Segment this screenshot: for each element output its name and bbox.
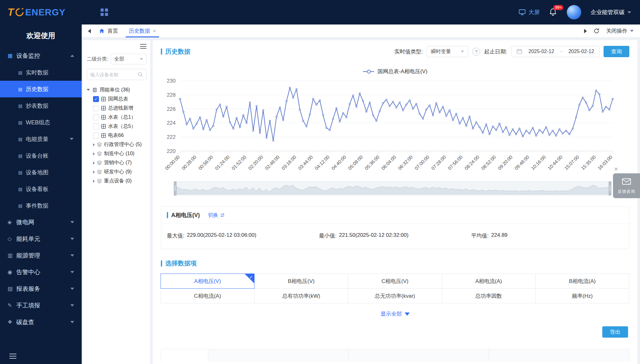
notifications-button[interactable]: 99+ <box>549 8 557 17</box>
sidebar-item-抄表数据[interactable]: ▤ 抄表数据 <box>0 97 82 114</box>
sidebar-item-WEB组态[interactable]: ▤ WEB组态 <box>0 114 82 131</box>
svg-text:226: 226 <box>167 106 176 112</box>
org-menu[interactable]: 企业能管双碳 <box>591 8 631 16</box>
realtime-type-select[interactable]: 瞬时变量 <box>427 46 468 57</box>
meter-icon <box>101 115 106 120</box>
sidebar-group-能耗单元[interactable]: ◇ 能耗单元 <box>0 231 82 247</box>
feedback-button[interactable]: 反馈咨询 <box>613 173 640 198</box>
tree-device-水表（总1）[interactable]: 水表（总1） <box>87 113 146 122</box>
sidebar-item-电能质量[interactable]: ▤ 电能质量 <box>0 131 82 147</box>
category-select[interactable]: 全部 <box>111 54 146 64</box>
tree-device-总进线新增[interactable]: 总进线新增 <box>87 104 146 113</box>
data-item-频率(Hz)[interactable]: 频率(Hz) <box>535 288 629 303</box>
tabs-scroll-left-icon[interactable] <box>88 29 91 33</box>
logo-swirl-icon <box>15 8 24 17</box>
date-end-value[interactable]: 2025-02-12 <box>568 49 594 54</box>
data-item-C相电压(V)[interactable]: C相电压(V) <box>348 274 442 289</box>
tree-folder-行政管理中心 (5)[interactable]: 行政管理中心 (5) <box>87 140 146 149</box>
show-all-link[interactable]: 显示全部 <box>153 310 637 318</box>
meter-icon <box>101 97 106 101</box>
data-item-B相电压(V)[interactable]: B相电压(V) <box>254 274 348 289</box>
sidebar-group-报表服务[interactable]: ▤ 报表服务 <box>0 280 82 297</box>
datazoom-slider[interactable] <box>174 181 611 196</box>
tree-device-水表（总5）[interactable]: 水表（总5） <box>87 122 146 131</box>
data-item-总无功功率(kvar)[interactable]: 总无功功率(kvar) <box>348 288 442 303</box>
device-checkbox[interactable] <box>93 105 99 111</box>
device-checkbox[interactable] <box>93 123 99 129</box>
stack-icon <box>97 170 102 174</box>
tree-folder-重点设备 (0)[interactable]: 重点设备 (0) <box>87 177 146 186</box>
data-item-总有功功率(kW)[interactable]: 总有功功率(kW) <box>254 288 348 303</box>
tab-history-data[interactable]: 历史数据 × <box>124 24 160 37</box>
table-header-cell <box>489 349 629 361</box>
sidebar-group-label: 能耗单元 <box>16 235 40 243</box>
sidebar-item-设备地图[interactable]: ▤ 设备地图 <box>0 164 82 181</box>
expand-caret-icon[interactable] <box>93 143 95 146</box>
chart-legend[interactable]: 国网总表-A相电压(V) <box>153 68 637 75</box>
query-button[interactable]: 查询 <box>604 46 629 57</box>
close-operations-menu[interactable]: 关闭操作 <box>606 27 634 35</box>
sidebar-group-设备监控[interactable]: ▦ 设备监控 <box>0 47 82 64</box>
data-item-A相电压(V)[interactable]: A相电压(V) ✓ <box>161 274 254 289</box>
sidebar-item-历史数据[interactable]: ▤ 历史数据 <box>0 81 82 97</box>
expand-caret-icon[interactable] <box>93 171 95 174</box>
triangle-down-icon <box>405 312 410 316</box>
device-checkbox[interactable] <box>93 133 99 139</box>
big-screen-button[interactable]: 大屏 <box>519 8 540 16</box>
data-item-A相电流(A)[interactable]: A相电流(A) <box>442 274 536 289</box>
tree-root-node[interactable]: 用能单位 (36) <box>87 85 146 95</box>
tab-home[interactable]: 首页 <box>95 24 123 37</box>
sidebar-item-事件数据[interactable]: ▤ 事件数据 <box>0 197 82 214</box>
data-item-C相电流(A)[interactable]: C相电流(A) <box>161 288 254 303</box>
sidebar-item-实时数据[interactable]: ▤ 实时数据 <box>0 64 82 81</box>
sidebar-group-告警中心[interactable]: ◉ 告警中心 <box>0 264 82 280</box>
svg-text:08:52:00: 08:52:00 <box>480 154 497 171</box>
panel-fold-icon[interactable] <box>140 44 146 49</box>
tree-folder-营销中心 (7)[interactable]: 营销中心 (7) <box>87 158 146 167</box>
sidebar-group-能源管理[interactable]: ▥ 能源管理 <box>0 247 82 264</box>
tree-folder-研发中心 (9)[interactable]: 研发中心 (9) <box>87 167 146 177</box>
sidebar-group-微电网[interactable]: ◈ 微电网 <box>0 214 82 231</box>
tabs-scroll-right-icon[interactable] <box>584 29 587 33</box>
refresh-icon[interactable] <box>593 28 600 34</box>
apps-grid-icon[interactable] <box>101 8 108 16</box>
export-button[interactable]: 导出 <box>602 326 628 338</box>
sidebar-group-手工填报[interactable]: ✎ 手工填报 <box>0 297 82 314</box>
sidebar-item-设备看板[interactable]: ▤ 设备看板 <box>0 181 82 197</box>
tree-device-国网总表[interactable]: ✓ 国网总表 <box>87 95 146 104</box>
feedback-close-icon[interactable]: × <box>614 166 640 172</box>
expand-caret-icon[interactable] <box>93 152 95 155</box>
tree-device-电表66[interactable]: 电表66 <box>87 131 146 140</box>
expand-caret-icon[interactable] <box>93 161 95 165</box>
tab-close-icon[interactable]: × <box>153 28 156 34</box>
data-item-B相电流(A)[interactable]: B相电流(A) <box>535 274 629 289</box>
switch-link[interactable]: 切换 <box>208 212 225 219</box>
welcome-text: 欢迎使用 <box>0 31 82 41</box>
sidebar-item-设备台账[interactable]: ▤ 设备台账 <box>0 147 82 164</box>
date-range-picker[interactable]: 2025-02-12 - 2025-02-12 <box>511 46 599 57</box>
device-checkbox[interactable] <box>93 114 99 120</box>
sidebar-group-碳盘查[interactable]: ❖ 碳盘查 <box>0 314 82 330</box>
svg-text:04:40:00: 04:40:00 <box>330 154 347 171</box>
help-icon[interactable]: ? <box>472 48 480 56</box>
date-start-value[interactable]: 2025-02-12 <box>528 49 554 54</box>
svg-text:00:56:00: 00:56:00 <box>197 154 214 171</box>
tree-folder-制造中心 (10)[interactable]: 制造中心 (10) <box>87 149 146 158</box>
expand-caret-icon[interactable] <box>87 89 90 91</box>
device-checkbox[interactable]: ✓ <box>93 96 99 102</box>
avatar[interactable] <box>567 5 581 19</box>
check-icon: ✓ <box>249 274 253 280</box>
device-search-input[interactable] <box>90 72 136 77</box>
svg-text:222: 222 <box>167 134 176 140</box>
search-icon[interactable] <box>138 72 143 77</box>
data-item-总功率因数[interactable]: 总功率因数 <box>442 288 536 303</box>
svg-text:228: 228 <box>167 92 176 98</box>
feedback-label: 反馈咨询 <box>618 189 635 194</box>
svg-text:230: 230 <box>167 78 176 84</box>
table-header-cell <box>208 349 349 361</box>
stat-max: 最大值: 229.00(2025-02-12 03:06:00) <box>167 232 319 239</box>
expand-caret-icon[interactable] <box>93 180 95 183</box>
collapse-menu-icon[interactable] <box>9 354 16 359</box>
main-panel: 历史数据 实时值类型: 瞬时变量 ? 起止日期: <box>153 40 637 364</box>
data-item-label: C相电流(A) <box>194 292 221 300</box>
